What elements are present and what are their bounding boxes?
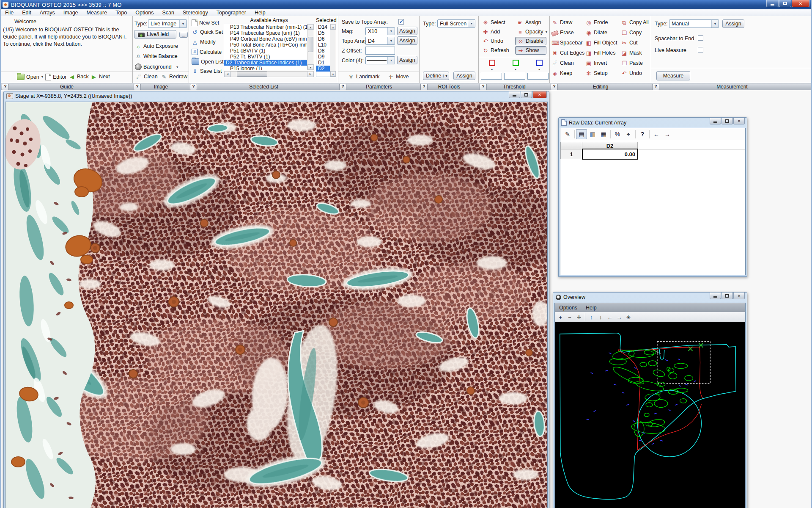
editor-button[interactable]: Editor [45,74,67,80]
row-number[interactable]: 1 [560,149,582,159]
menu-file[interactable]: File [1,10,18,16]
redraw-button[interactable]: ✎ Redraw [161,74,187,80]
menu-arrays[interactable]: Arrays [36,10,59,16]
cut-button[interactable]: ✂Cut [621,40,637,46]
spacebar-to-end-checkbox[interactable] [698,35,703,41]
threshold-green-swatch[interactable] [513,60,519,66]
next-button[interactable]: ▶ Next [91,74,110,80]
list-item-selected[interactable]: D2 [316,66,330,72]
raw-data-minimize-button[interactable] [710,118,721,124]
raw-data-maximize-button[interactable] [721,118,733,124]
menu-scan[interactable]: Scan [158,10,178,16]
topo-array-dropdown[interactable]: D4 ▼ [365,37,395,45]
stage-maximize-button[interactable] [521,91,532,98]
select-button[interactable]: ✳Select [482,19,505,25]
overview-menu-help[interactable]: Help [582,305,601,311]
pan-button[interactable]: ✛ [574,313,584,321]
erode-button[interactable]: ◎Erode [585,19,608,25]
minimize-button[interactable] [766,0,779,7]
cut-edges-button[interactable]: ✖Cut Edges [551,50,584,56]
new-set-button[interactable]: New Set [192,19,219,26]
threshold-red-input[interactable] [481,73,502,80]
pan-down-button[interactable]: ↓ [596,313,605,321]
stage-minimize-button[interactable] [509,91,520,98]
list-item[interactable]: D8 [316,48,330,54]
roi-type-dropdown[interactable]: Full Screen ▼ [437,19,475,28]
scroll-thumb[interactable] [237,72,267,77]
overview-minimize-button[interactable] [710,293,721,299]
copy-button[interactable]: ❏Copy [621,30,642,36]
view-multi-button[interactable]: ▥ [587,129,598,139]
disable-button[interactable]: ⊘Disable [515,37,546,45]
editing-undo-button[interactable]: ↶Undo [621,70,642,76]
overview-close-button[interactable]: ✕ [733,293,745,299]
fill-object-button[interactable]: ◧Fill Object [585,40,617,46]
save-list-button[interactable]: ⇓ Save List [192,68,222,74]
open-button[interactable]: Open ▼ [17,74,44,80]
stage-titlebar[interactable]: Stage at X=-9385.8, Y=2435.2 ((Unsaved I… [6,93,132,99]
move-button[interactable]: ✛ Move [387,74,409,80]
image-type-dropdown[interactable]: Live Image ▼ [148,19,187,28]
zoom-in-button[interactable]: + [556,313,565,321]
threshold-green-input[interactable] [504,73,525,80]
opacity-button[interactable]: ■Opacity▼ [517,29,548,35]
overview-canvas[interactable] [555,322,745,508]
stage-canvas[interactable] [5,102,548,508]
menu-measure[interactable]: Measure [82,10,112,16]
threshold-undo-button[interactable]: ↶Undo [482,38,503,44]
calculate-button[interactable]: # Calculate [192,49,222,55]
dilate-button[interactable]: ◉Dilate [585,30,607,36]
next-array-button[interactable]: → [662,129,673,139]
overview-titlebar[interactable]: Overview [556,294,585,300]
keep-button[interactable]: ◈Keep [551,70,572,76]
view-grid-button[interactable]: ▦ [598,129,609,139]
raw-data-titlebar[interactable]: Raw Data: Current Array [561,119,626,126]
raw-data-help-button[interactable]: ? [637,129,648,139]
background-button[interactable]: Background ▼ [135,64,179,70]
save-to-topo-checkbox[interactable]: ✔ [398,19,404,25]
value-cell[interactable]: 0.00 [582,149,638,160]
available-arrays-list[interactable]: P13 Trabecular Number (mm-1) (1) P14 Tra… [224,24,314,70]
menu-edit[interactable]: Edit [18,10,36,16]
edit-record-button[interactable]: ✎ [562,129,573,139]
mag-dropdown[interactable]: X10 ▼ [365,27,395,35]
draw-button[interactable]: ✎Draw [551,19,572,25]
stage-close-button[interactable]: ✕ [532,91,547,98]
mask-button[interactable]: ◪Mask [621,50,642,56]
list-item[interactable]: D6 [316,36,330,42]
list-item[interactable]: P50 Total Bone Area (Tb+Cor) mm2 [224,42,307,48]
measure-button[interactable]: Measure [656,71,690,80]
define-button[interactable]: Define ▼ [423,72,449,80]
show-button[interactable]: ➡Show [515,46,546,55]
erase-button[interactable]: Erase [551,30,574,36]
refresh-button[interactable]: ↻Refresh [482,47,509,53]
raw-data-close-button[interactable]: ✕ [733,118,745,124]
list-item[interactable]: P15 ignore (1) [224,66,307,70]
copy-all-button[interactable]: ⧉Copy All [621,19,649,25]
available-arrays-vscrollbar[interactable]: ▲ ▼ [307,24,314,70]
editing-clean-button[interactable]: ☄Clean [551,60,574,66]
selected-arrays-list[interactable]: D14 D5 D6 L10 D8 D9 D1 D2 ▲ ▼ [316,24,336,77]
list-item[interactable]: P51 cBV/TV (1) [224,48,307,54]
scroll-thumb[interactable] [308,37,313,52]
overview-menu-options[interactable]: Options [555,305,582,311]
list-item[interactable]: P52 Tt. BV/TV (1) [224,54,307,60]
list-item[interactable]: D9 [316,54,330,60]
paste-button[interactable]: ❐Paste [621,60,643,66]
overview-maximize-button[interactable] [721,293,733,299]
zoom-out-button[interactable]: − [565,313,574,321]
view-single-button[interactable]: ▤ [576,129,587,139]
z-offset-input[interactable] [365,47,395,55]
list-item-selected[interactable]: D2 Trabecular Surface Indices (1) [224,60,307,66]
pan-left-button[interactable]: ← [605,313,614,321]
fill-holes-button[interactable]: ◨Fill Holes [585,50,615,56]
landmark-overview-button[interactable]: ✳ [624,313,633,321]
color-dropdown[interactable]: ▼ [365,56,395,64]
measurement-assign-button[interactable]: Assign [722,19,744,28]
scroll-down-icon[interactable]: ▼ [307,64,314,70]
live-held-more-button[interactable]: ... [179,32,188,38]
topo-assign-button[interactable]: Assign [397,36,417,45]
spacebar-button[interactable]: ⌨Spacebar [551,40,583,46]
close-button[interactable]: ✕ [792,0,809,7]
list-item[interactable]: P13 Trabecular Number (mm-1) (1) [224,24,307,30]
